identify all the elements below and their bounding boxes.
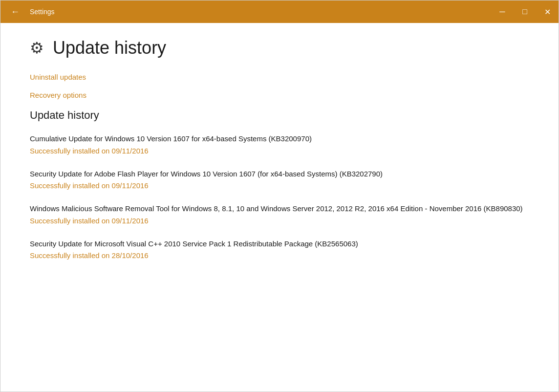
update-status-3: Successfully installed on 28/10/2016 (30, 251, 529, 260)
update-name-2: Windows Malicious Software Removal Tool … (30, 203, 529, 215)
content-area: ⚙ Update history Uninstall updates Recov… (0, 23, 559, 392)
titlebar-left: ← Settings (6, 3, 55, 21)
update-name-3: Security Update for Microsoft Visual C++… (30, 239, 529, 250)
update-item-2: Windows Malicious Software Removal Tool … (30, 203, 529, 225)
update-item-1: Security Update for Adobe Flash Player f… (30, 169, 529, 190)
update-status-2: Successfully installed on 09/11/2016 (30, 217, 529, 225)
update-item-0: Cumulative Update for Windows 10 Version… (30, 133, 529, 155)
window: ← Settings ─ □ ✕ ⚙ Update history Uninst… (0, 0, 559, 392)
update-status-1: Successfully installed on 09/11/2016 (30, 181, 529, 190)
titlebar-controls: ─ □ ✕ (491, 0, 559, 23)
page-header: ⚙ Update history (30, 38, 529, 58)
section-title: Update history (30, 109, 529, 122)
main-content: ⚙ Update history Uninstall updates Recov… (0, 23, 559, 392)
page-title: Update history (53, 38, 166, 58)
update-name-1: Security Update for Adobe Flash Player f… (30, 169, 529, 180)
back-button[interactable]: ← (6, 3, 24, 21)
update-item-3: Security Update for Microsoft Visual C++… (30, 239, 529, 260)
update-name-0: Cumulative Update for Windows 10 Version… (30, 133, 529, 145)
minimize-button[interactable]: ─ (491, 0, 514, 23)
close-button[interactable]: ✕ (536, 0, 559, 23)
maximize-button[interactable]: □ (514, 0, 536, 23)
uninstall-updates-link[interactable]: Uninstall updates (30, 73, 529, 81)
titlebar: ← Settings ─ □ ✕ (0, 0, 559, 23)
gear-icon: ⚙ (30, 39, 44, 57)
titlebar-title: Settings (30, 8, 55, 16)
update-status-0: Successfully installed on 09/11/2016 (30, 147, 529, 155)
recovery-options-link[interactable]: Recovery options (30, 91, 529, 99)
